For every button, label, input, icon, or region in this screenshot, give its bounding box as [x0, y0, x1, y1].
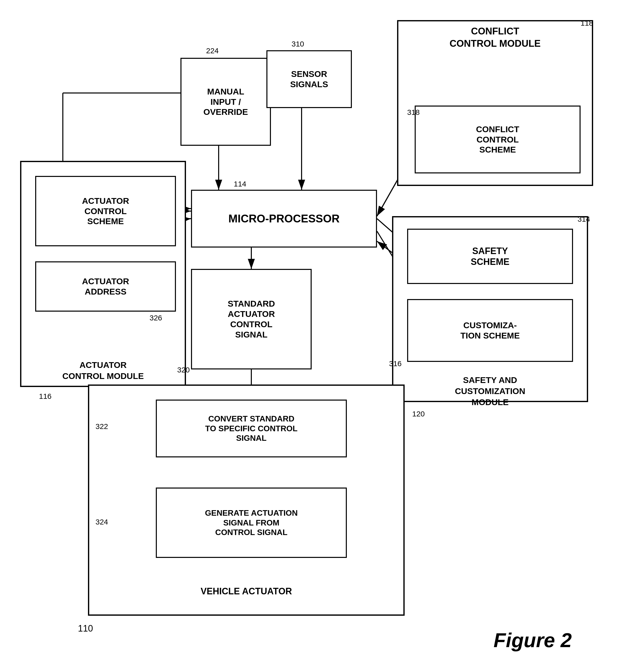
conflict-control-module-label: CONFLICTCONTROL MODULE	[400, 25, 591, 50]
ref-318: 318	[407, 108, 420, 117]
ref-116: 116	[39, 392, 51, 401]
sensor-signals-box: SENSORSIGNALS	[266, 50, 352, 108]
conflict-control-scheme-box: CONFLICTCONTROLSCHEME	[415, 105, 581, 173]
microprocessor-box: MICRO-PROCESSOR	[191, 190, 377, 248]
ref-316: 316	[389, 360, 402, 368]
ref-322: 322	[95, 422, 108, 431]
generate-actuation-box: GENERATE ACTUATIONSIGNAL FROMCONTROL SIG…	[156, 487, 347, 558]
safety-scheme-box: SAFETYSCHEME	[407, 229, 573, 284]
ref-120: 120	[412, 410, 425, 418]
manual-input-box: MANUALINPUT /OVERRIDE	[180, 58, 271, 146]
ref-224: 224	[206, 46, 219, 55]
ref-326: 326	[150, 314, 162, 322]
ref-310: 310	[291, 40, 304, 48]
diagram: CONFLICTCONTROL MODULE CONFLICTCONTROLSC…	[0, 0, 617, 672]
actuator-address-box: ACTUATORADDRESS	[35, 261, 176, 311]
convert-standard-box: CONVERT STANDARDTO SPECIFIC CONTROLSIGNA…	[156, 400, 347, 457]
ref-118: 118	[581, 19, 593, 27]
safety-customization-module-label: SAFETY ANDCUSTOMIZATIONMODULE	[395, 375, 586, 408]
actuator-control-module-label: ACTUATORCONTROL MODULE	[23, 360, 184, 382]
ref-314: 314	[578, 215, 590, 223]
standard-actuator-control-signal-box: STANDARDACTUATORCONTROLSIGNAL	[191, 269, 312, 370]
ref-320: 320	[177, 366, 190, 374]
ref-114: 114	[234, 180, 246, 188]
vehicle-actuator-label: VEHICLE ACTUATOR	[90, 586, 402, 597]
ref-110: 110	[78, 623, 93, 634]
figure-label: Figure 2	[493, 629, 572, 652]
actuator-control-scheme-box: ACTUATORCONTROLSCHEME	[35, 176, 176, 246]
customization-scheme-box: CUSTOMIZA-TION SCHEME	[407, 299, 573, 362]
ref-324: 324	[95, 518, 108, 526]
